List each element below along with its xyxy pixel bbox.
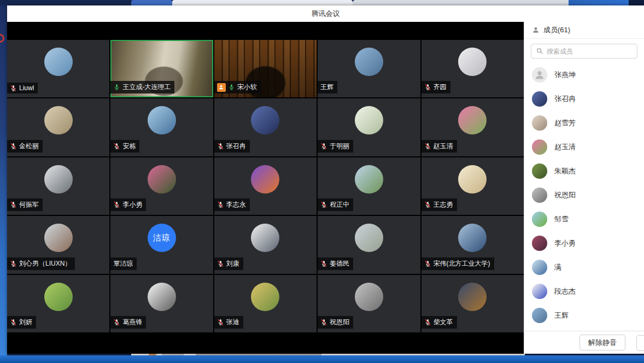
participant-name: 李志永 [226,200,246,209]
member-name: 满 [554,262,561,272]
participant-label: 葛燕锋 [110,316,146,329]
members-count-label: 成员(61) [543,25,570,35]
participant-tile[interactable]: 祝恩阳 [318,275,420,332]
participant-tile[interactable]: 赵玉清 [421,98,524,156]
participant-tile[interactable]: 张迪 [214,275,317,332]
member-list-item[interactable]: 段志杰 [524,279,644,303]
member-avatar [532,260,547,275]
window-titlebar[interactable]: 腾讯会议 [7,5,644,22]
participant-tile[interactable]: 洁琼 覃洁琼 [110,216,213,273]
participant-tile[interactable]: 葛燕锋 [110,275,213,332]
participant-name: 葛燕锋 [122,318,142,327]
mic-muted-icon [424,84,431,91]
desktop: 腾讯会议 Liuwl [0,0,644,363]
member-name: 赵雪芳 [554,118,576,128]
participant-label: 张召冉 [214,140,250,153]
participant-label: 祝恩阳 [318,316,353,329]
participant-tile[interactable]: 王辉 [318,40,420,97]
participant-tile[interactable]: 刘妍 [7,275,109,332]
participant-tile[interactable]: 齐园 [421,40,524,97]
participant-avatar [148,283,176,311]
participant-tile[interactable]: 刘康 [214,216,317,273]
participant-tile[interactable]: 刘心男（LIUXN） [7,216,109,273]
participant-tile[interactable]: 李志永 [214,157,317,215]
participant-label: 王志勇 [421,198,457,211]
mic-muted-icon [320,143,327,150]
mic-muted-icon [10,319,17,326]
mic-muted-icon [10,201,17,208]
participant-avatar [44,224,73,252]
member-list-item[interactable]: 朱颖杰 [524,159,644,183]
desktop-bottom-edge [0,355,644,363]
participant-avatar [458,48,487,76]
mic-muted-icon [320,319,327,326]
participant-tile[interactable]: 何振军 [7,157,109,215]
participant-tile[interactable]: 柴文革 [421,275,524,332]
participant-label: 李志永 [214,198,250,211]
member-list-item[interactable]: 王辉 [524,303,644,327]
participant-tile[interactable]: 安栋 [110,98,213,156]
participant-label: 刘妍 [7,316,36,329]
member-avatar [532,163,547,179]
member-name: 祝恩阳 [554,190,576,200]
participant-label: 宋伟(北方工业大学) [421,257,494,270]
mic-muted-icon [320,201,327,208]
participant-tile[interactable]: 姜德民 [318,216,420,273]
participant-label: Liuwl [7,83,38,93]
member-list-item[interactable]: 邹雪 [524,207,644,231]
mic-muted-icon [10,85,17,92]
participant-label: 王辉 [318,81,337,93]
member-avatar [532,284,547,299]
search-members-input[interactable] [531,44,637,58]
participant-tile[interactable]: 张召冉 [214,98,317,156]
member-list-item[interactable]: 赵玉清 [524,135,644,159]
video-area: Liuwl 王立成-大连理工 [7,22,524,354]
participant-name: 金松丽 [19,142,39,151]
participant-tile[interactable]: 李小勇 [110,157,213,215]
window-title: 腾讯会议 [312,9,340,19]
participant-name: 王辉 [320,83,333,92]
participant-label: 安栋 [110,140,139,153]
member-list-item[interactable]: 李小勇 [524,231,644,255]
mic-on-icon [228,84,235,91]
participant-avatar: 洁琼 [148,224,176,252]
mic-muted-icon [10,260,17,267]
participant-name: 宋伟(北方工业大学) [434,259,490,268]
member-list-item[interactable]: 祝恩阳 [524,183,644,207]
mic-muted-icon [217,201,224,208]
participant-name: 齐园 [434,83,447,92]
participant-tile[interactable]: 金松丽 [7,98,109,156]
participant-label: 刘心男（LIUXN） [7,257,75,270]
participant-name: 覃洁琼 [113,259,133,268]
search-icon [536,48,543,55]
member-list-item[interactable]: 张燕坤 [524,63,644,87]
members-icon [532,26,540,34]
participant-avatar [148,165,176,194]
participant-label: 宋小软 [214,81,261,93]
members-panel-footer: 解除静音 [524,331,644,354]
more-action-button[interactable] [636,335,644,351]
member-list-item[interactable]: 满 [524,255,644,279]
member-list-item[interactable]: 张召冉 [524,87,644,111]
member-list-item[interactable]: 赵雪芳 [524,111,644,135]
mic-on-icon [113,84,120,91]
mic-muted-icon [320,260,327,267]
member-name: 张燕坤 [554,70,576,80]
participant-tile[interactable]: Liuwl [7,40,109,97]
participant-tile[interactable]: 宋伟(北方工业大学) [421,216,524,273]
participant-tile[interactable]: 王立成-大连理工 [110,40,213,97]
participant-tile[interactable]: 程正中 [318,157,420,215]
participant-tile[interactable]: 王志勇 [421,157,524,215]
participant-name: 刘康 [226,259,239,268]
mic-muted-icon [10,143,17,150]
member-name: 段志杰 [554,286,576,296]
member-list[interactable]: 张燕坤 张召冉 赵雪芳 赵玉清 朱颖杰 祝恩阳 邹雪 [524,62,644,331]
participant-tile[interactable]: 宋小软 [214,40,317,97]
participant-tile[interactable]: 于明丽 [318,98,420,156]
unmute-button[interactable]: 解除静音 [579,335,625,350]
member-avatar [532,115,547,131]
desktop-left-edge [0,5,7,363]
participant-grid: Liuwl 王立成-大连理工 [7,40,524,332]
member-avatar [532,139,547,155]
members-panel: 成员(61) 张燕坤 张召冉 [524,22,644,354]
